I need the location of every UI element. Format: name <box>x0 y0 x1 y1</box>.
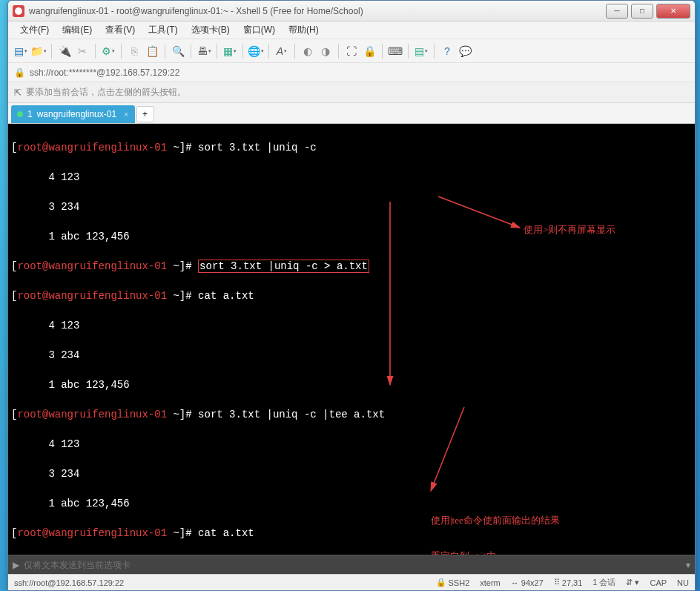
help-icon[interactable]: ? <box>439 43 455 59</box>
search-icon[interactable]: 🔍 <box>170 43 186 59</box>
status-num: NU <box>677 578 689 587</box>
menu-view[interactable]: 查看(V) <box>99 22 141 38</box>
window-controls: ─ □ ✕ <box>603 4 690 19</box>
layout-icon[interactable]: ▦ <box>222 43 238 59</box>
status-size: 94x27 <box>521 578 544 587</box>
ssh-icon: 🔒 <box>436 578 446 587</box>
disconnect-icon[interactable]: ✂ <box>74 43 90 59</box>
pos-icon: ⠿ <box>554 578 560 587</box>
tab-num: 1 <box>27 109 33 119</box>
titlebar: wangruifenglinux-01 - root@wangruifengli… <box>8 1 695 22</box>
status-sessions: 1 会话 <box>592 577 615 588</box>
close-button[interactable]: ✕ <box>656 4 690 19</box>
view-mode-icon[interactable]: ▤ <box>413 43 429 59</box>
out: 3 234 <box>11 466 692 481</box>
maximize-button[interactable]: □ <box>631 4 653 19</box>
fullscreen-icon[interactable]: ⛶ <box>343 43 360 59</box>
dropdown-icon[interactable]: ▾ <box>635 578 639 587</box>
out: 1 abc 123,456 <box>11 377 692 392</box>
menubar: 文件(F) 编辑(E) 查看(V) 工具(T) 选项卡(B) 窗口(W) 帮助(… <box>8 22 695 39</box>
comment-icon[interactable]: 💬 <box>457 43 473 59</box>
terminal[interactable]: [root@wangruifenglinux-01 ~]# sort 3.txt… <box>8 124 695 555</box>
tab-close-icon[interactable]: × <box>124 110 128 119</box>
send-dropdown-icon[interactable]: ▾ <box>686 560 690 570</box>
tab-label: wangruifenglinux-01 <box>37 109 116 119</box>
globe-icon[interactable]: 🌐 <box>248 43 264 59</box>
size-icon: ↔ <box>511 578 519 587</box>
session-tab[interactable]: 1 wangruifenglinux-01 × <box>11 105 135 123</box>
automation-icon[interactable]: ◑ <box>317 43 334 59</box>
reconnect-icon[interactable]: 🔌 <box>56 43 73 59</box>
out: 4 123 <box>11 170 692 185</box>
send-icon[interactable]: ▶ <box>13 560 19 570</box>
out: 3 234 <box>11 199 692 214</box>
status-bar: ssh://root@192.168.57.129:22 🔒SSH2 xterm… <box>8 574 695 590</box>
send-input[interactable] <box>24 560 681 570</box>
properties-icon[interactable]: ⚙ <box>100 43 116 59</box>
menu-file[interactable]: 文件(F) <box>14 22 55 38</box>
out: 1 abc 123,456 <box>11 496 692 511</box>
copy-icon[interactable]: ⎘ <box>126 43 142 59</box>
status-proto: SSH2 <box>449 578 470 587</box>
hint-bar: ⇱ 要添加当前会话，点击左侧的箭头按钮。 <box>8 82 695 103</box>
cmd-3: sort 3.txt |uniq -c |tee a.txt <box>198 409 385 420</box>
out: 4 123 <box>11 318 692 333</box>
toolbar: ▤ 📁 🔌 ✂ ⚙ ⎘ 📋 🔍 🖶 ▦ 🌐 A ◐ ◑ ⛶ 🔒 ⌨ ▤ ? 💬 <box>8 39 695 63</box>
status-pos: 27,31 <box>562 578 583 587</box>
menu-tools[interactable]: 工具(T) <box>142 22 183 38</box>
out: 1 abc 123,456 <box>11 229 692 244</box>
menu-tab[interactable]: 选项卡(B) <box>185 22 236 38</box>
minimize-button[interactable]: ─ <box>606 4 628 19</box>
out: 3 234 <box>11 348 692 363</box>
address-bar: 🔒 ssh://root:********@192.168.57.129:22 <box>8 63 695 82</box>
send-bar: ▶ ▾ <box>8 555 695 574</box>
padlock-icon: 🔒 <box>14 67 25 78</box>
hint-text: 要添加当前会话，点击左侧的箭头按钮。 <box>26 86 186 99</box>
status-term: xterm <box>480 578 501 587</box>
lock-icon[interactable]: 🔒 <box>361 43 377 59</box>
address-text[interactable]: ssh://root:********@192.168.57.129:22 <box>30 67 179 78</box>
keyboard-icon[interactable]: ⌨ <box>387 43 403 59</box>
tab-strip: 1 wangruifenglinux-01 × + <box>8 103 695 124</box>
new-session-icon[interactable]: ▤ <box>13 43 29 59</box>
status-cap: CAP <box>650 578 667 587</box>
paste-icon[interactable]: 📋 <box>144 43 160 59</box>
menu-help[interactable]: 帮助(H) <box>283 22 325 38</box>
status-dot-icon <box>17 111 23 117</box>
menu-edit[interactable]: 编辑(E) <box>56 22 98 38</box>
open-folder-icon[interactable]: 📁 <box>30 43 47 59</box>
app-window: wangruifenglinux-01 - root@wangruifengli… <box>7 0 696 591</box>
updown-icon: ⇵ <box>626 578 633 587</box>
font-icon[interactable]: A <box>274 43 290 59</box>
arrow-icon[interactable]: ⇱ <box>14 88 22 98</box>
cmd-4: cat a.txt <box>198 527 254 539</box>
print-icon[interactable]: 🖶 <box>196 43 212 59</box>
status-connection: ssh://root@192.168.57.129:22 <box>14 578 124 587</box>
cmd-1-highlighted: sort 3.txt |uniq -c > a.txt <box>198 260 369 273</box>
window-title: wangruifenglinux-01 - root@wangruifengli… <box>29 6 603 16</box>
new-tab-button[interactable]: + <box>136 106 154 122</box>
cmd-2: cat a.txt <box>198 290 254 302</box>
out: 4 123 <box>11 437 692 452</box>
menu-window[interactable]: 窗口(W) <box>237 22 281 38</box>
app-icon <box>13 5 24 17</box>
script-icon[interactable]: ◐ <box>300 43 316 59</box>
cmd-0: sort 3.txt |uniq -c <box>198 142 317 153</box>
